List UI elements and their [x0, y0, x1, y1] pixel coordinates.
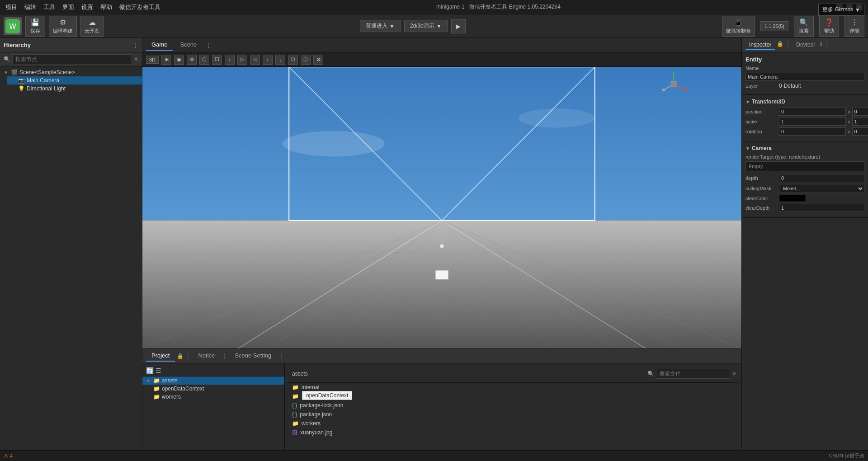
project-tab-menu-icon[interactable]: ⋮ — [185, 353, 191, 359]
vp-move-btn[interactable]: ◉ — [174, 55, 184, 65]
vp-h7-btn[interactable]: ⬡ — [301, 55, 311, 65]
menu-help[interactable]: 帮助 — [100, 3, 112, 11]
file-item-workers[interactable]: 📁 workers — [288, 419, 738, 428]
file-item-internal[interactable]: 📁 internal — [288, 383, 738, 392]
tab-game[interactable]: Game — [146, 39, 173, 51]
render-target-input[interactable] — [745, 161, 864, 171]
file-item-package-lock[interactable]: { } package-lock.json — [288, 401, 738, 410]
tab-scene[interactable]: Scene — [175, 39, 202, 51]
hierarchy-search-input[interactable] — [12, 54, 132, 64]
vp-h8-btn[interactable]: ⊠ — [313, 55, 323, 65]
scale-y-input[interactable] — [852, 118, 868, 126]
json-icon-package-lock: { } — [292, 402, 297, 409]
viewport-area[interactable] — [142, 67, 741, 348]
file-item-package[interactable]: { } package.json — [288, 410, 738, 419]
position-x-input[interactable] — [779, 108, 846, 116]
file-item-open-data-context[interactable]: 📁 openDataContext openDataContext — [288, 392, 738, 401]
vp-rotate-btn[interactable]: ✥ — [187, 55, 197, 65]
vp-rect-btn[interactable]: ☐ — [212, 55, 222, 65]
list-view-button[interactable]: ☰ — [156, 367, 161, 374]
menu-project[interactable]: 项目 — [5, 3, 17, 11]
vp-h1-btn[interactable]: ↕ — [225, 55, 235, 65]
inspector-header: Inspector 🔒 ⋮ Devtool ℹ ⋮ — [742, 38, 868, 52]
position-y-input[interactable] — [852, 108, 868, 116]
enter-mode-dropdown[interactable]: 普通进入 ▼ — [360, 20, 401, 32]
tree-item-workers-label: workers — [162, 394, 181, 400]
hierarchy-title: Hierarchy — [4, 42, 31, 48]
rotation-y-input[interactable] — [852, 127, 868, 136]
file-name-workers: workers — [302, 420, 321, 427]
tree-item-open-data-context[interactable]: 📁 openDataContext — [142, 385, 284, 393]
save-button[interactable]: 💾 保存 — [25, 16, 45, 37]
scene-setting-tab-menu-icon[interactable]: ⋮ — [278, 353, 284, 359]
vp-h3-btn[interactable]: ◁ — [250, 55, 260, 65]
vp-grid-btn[interactable]: ⊞ — [161, 55, 171, 65]
menu-edit[interactable]: 编辑 — [24, 3, 36, 11]
inspector-menu-icon[interactable]: ⋮ — [785, 41, 791, 50]
hierarchy-content: ▼ 🎬 Scene<SampleScene> 📷 Main Camera 💡 D… — [0, 66, 142, 450]
vp-h5-btn[interactable]: ↓ — [275, 55, 285, 65]
hierarchy-scene-item[interactable]: ▼ 🎬 Scene<SampleScene> — [0, 68, 142, 76]
micro-control-button[interactable]: 📱 微搞控制台 — [722, 16, 755, 37]
menu-tools[interactable]: 工具 — [43, 3, 55, 11]
tree-item-workers[interactable]: 📁 workers — [142, 393, 284, 401]
tab-devtool[interactable]: Devtool — [793, 41, 818, 50]
hierarchy-light-item[interactable]: 💡 Directional Light — [7, 85, 142, 93]
tab-scene-setting[interactable]: Scene Setting — [229, 350, 277, 362]
light-icon: 💡 — [18, 85, 25, 92]
file-search-input[interactable] — [656, 369, 730, 379]
tab-inspector[interactable]: Inspector — [745, 41, 775, 50]
viewport-panel: Game Scene ⋮ 3D ⊞ ◉ ✥ ⬡ ☐ ↕ ▷ ◁ ↑ ↓ ⬡ ⬡ … — [142, 38, 741, 348]
vp-h6-btn[interactable]: ⬡ — [288, 55, 298, 65]
hierarchy-menu-icon[interactable]: ⋮ — [133, 42, 138, 48]
inspector-lock-icon[interactable]: 🔒 — [777, 41, 783, 50]
tree-item-assets[interactable]: ▼ 📁 assets — [142, 376, 284, 385]
build-button[interactable]: ⚙ 编译构建 — [49, 16, 77, 37]
vp-3d-btn[interactable]: 3D — [146, 56, 159, 64]
transform3d-section: ▼ Transform3D position x scale x rotatio… — [742, 95, 868, 141]
json-icon-package: { } — [292, 411, 297, 418]
file-item-xuanyuan[interactable]: 🖼 xuanyuan.jpg — [288, 428, 738, 437]
tab-project[interactable]: Project — [146, 350, 175, 362]
menu-wechat[interactable]: 微信开发者工具 — [119, 3, 160, 11]
vp-h4-btn[interactable]: ↑ — [263, 55, 273, 65]
camera-section: ▼ Camera renderTarget (type: rendertextu… — [742, 141, 868, 218]
clear-file-search-icon[interactable]: ✕ — [732, 371, 736, 377]
chevron-down-icon-2: ▼ — [436, 23, 442, 29]
vp-h2-btn[interactable]: ▷ — [237, 55, 247, 65]
view-mode-dropdown[interactable]: 2d/3d演示 ▼ — [404, 20, 448, 32]
camera-title[interactable]: ▼ Camera — [745, 145, 864, 151]
details-button[interactable]: ⋮ 详情 — [844, 16, 864, 37]
devtool-menu-icon[interactable]: ⋮ — [824, 41, 830, 50]
help-button[interactable]: ❓ 帮助 — [819, 16, 839, 37]
layer-label: Layer — [745, 83, 777, 89]
menu-bar[interactable]: 项目 编辑 工具 界面 设置 帮助 微信开发者工具 — [5, 3, 160, 11]
menu-ui[interactable]: 界面 — [62, 3, 74, 11]
camera-expand-icon: ▼ — [745, 146, 750, 151]
vp-scale-btn[interactable]: ⬡ — [199, 55, 209, 65]
play-button[interactable]: ▶ — [451, 19, 466, 33]
svg-point-28 — [684, 89, 687, 91]
depth-input[interactable] — [779, 174, 864, 182]
clear-depth-input[interactable] — [779, 204, 864, 212]
rotation-x-input[interactable] — [779, 127, 846, 136]
clear-search-icon[interactable]: ✕ — [134, 56, 138, 62]
main-layout: Hierarchy ⋮ 🔍 ✕ ▼ 🎬 Scene<SampleScene> 📷… — [0, 38, 868, 450]
scene-tab-menu[interactable]: ⋮ — [206, 42, 211, 48]
name-input[interactable] — [745, 73, 864, 81]
warning-count: 4 — [10, 453, 13, 459]
transform3d-title[interactable]: ▼ Transform3D — [745, 99, 864, 105]
search-button[interactable]: 🔍 搜索 — [794, 16, 814, 37]
tab-notice[interactable]: Notice — [193, 350, 220, 362]
culling-mask-select[interactable]: Mixed... — [779, 184, 864, 193]
cloud-button[interactable]: ☁ 云开发 — [80, 16, 104, 37]
clear-color-swatch[interactable] — [779, 195, 806, 202]
scale-x-input[interactable] — [779, 118, 846, 126]
notice-tab-menu-icon[interactable]: ⋮ — [222, 353, 227, 359]
rotation-row: rotation x — [745, 127, 864, 136]
menu-settings[interactable]: 设置 — [81, 3, 93, 11]
position-label: position — [745, 109, 777, 114]
refresh-button[interactable]: 🔄 — [146, 367, 154, 374]
hierarchy-camera-item[interactable]: 📷 Main Camera — [7, 76, 142, 85]
version-label: 1.1.35(5) — [760, 21, 788, 31]
